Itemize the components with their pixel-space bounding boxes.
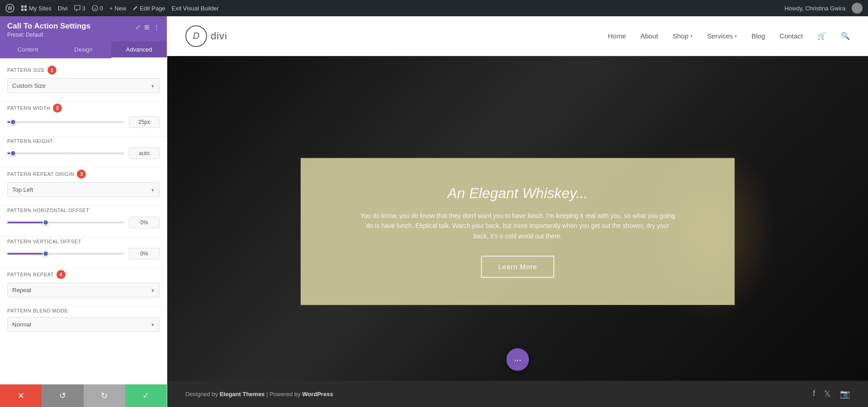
panel-content: Pattern Size 1 Custom Size Auto Cover Co… <box>0 58 167 384</box>
pattern-vertical-offset-slider-row <box>7 248 160 260</box>
new-link[interactable]: + New <box>109 5 126 12</box>
facebook-icon[interactable]: f <box>813 389 815 399</box>
my-sites-label: My Sites <box>29 5 52 12</box>
messages-count: 0 <box>100 5 103 12</box>
panel-bottom-buttons: ✕ ↺ ↻ ✓ <box>0 384 167 407</box>
panel-columns-icon[interactable]: ⊞ <box>144 24 150 31</box>
edit-icon <box>132 5 138 11</box>
pattern-repeat-origin-select[interactable]: Top Left Top Center Top Right Center Lef… <box>7 182 160 197</box>
wordpress-icon: W <box>5 4 14 13</box>
divider-4 <box>0 205 167 206</box>
pattern-size-select[interactable]: Custom Size Auto Cover Contain <box>7 78 160 93</box>
pattern-horizontal-offset-track[interactable] <box>7 222 124 223</box>
pattern-width-group: Pattern Width 2 <box>7 104 160 128</box>
pattern-width-slider-row <box>7 116 160 128</box>
cta-module[interactable]: An Elegant Whiskey... You do know, you d… <box>301 158 735 305</box>
undo-button[interactable]: ↺ <box>42 384 83 407</box>
floating-action-button[interactable]: ··· <box>506 348 529 371</box>
comments-icon <box>74 5 80 11</box>
tab-advanced[interactable]: Advanced <box>111 42 167 58</box>
comments-link[interactable]: 3 <box>74 5 85 12</box>
howdy-label: Howdy, Christina Gwira <box>784 5 845 12</box>
redo-button[interactable]: ↻ <box>84 384 125 407</box>
cta-button[interactable]: Learn More <box>481 256 555 278</box>
pattern-size-select-wrapper: Custom Size Auto Cover Contain ▼ <box>7 78 160 93</box>
pattern-blend-mode-select-wrapper: Normal Multiply Screen Overlay Darken Li… <box>7 317 160 332</box>
logo-text: divi <box>211 30 227 42</box>
footer-social: f 𝕏 📷 <box>813 389 850 399</box>
nav-blog[interactable]: Blog <box>751 32 765 40</box>
pattern-height-input[interactable] <box>129 147 160 159</box>
cta-title: An Elegant Whiskey... <box>337 185 698 202</box>
panel-tabs: Content Design Advanced <box>0 42 167 58</box>
pattern-repeat-select[interactable]: Repeat Repeat X Repeat Y No Repeat Space… <box>7 283 160 298</box>
pattern-horizontal-offset-fill <box>7 222 46 223</box>
pattern-width-label: Pattern Width 2 <box>7 104 160 113</box>
pattern-vertical-offset-track[interactable] <box>7 253 124 255</box>
pattern-horizontal-offset-input[interactable] <box>129 217 160 228</box>
tab-content[interactable]: Content <box>0 42 56 58</box>
badge-4: 4 <box>57 270 66 279</box>
divider-2 <box>0 136 167 137</box>
pattern-height-track[interactable] <box>7 152 124 154</box>
exit-builder-link[interactable]: Exit Visual Builder <box>172 5 219 12</box>
cart-icon[interactable]: 🛒 <box>817 32 826 40</box>
cta-description: You do know, you do know that they don't… <box>359 211 676 241</box>
divider-3 <box>0 167 167 168</box>
settings-panel: Call To Action Settings Preset: Default … <box>0 16 167 407</box>
pattern-repeat-origin-select-wrapper: Top Left Top Center Top Right Center Lef… <box>7 182 160 197</box>
avatar <box>852 3 863 14</box>
panel-expand-icon[interactable]: ⤢ <box>135 24 141 31</box>
svg-rect-5 <box>24 9 27 11</box>
new-label: + New <box>109 5 126 12</box>
pattern-horizontal-offset-group: Pattern Horizontal Offset <box>7 208 160 228</box>
nav-services[interactable]: Services ▾ <box>707 32 737 40</box>
pattern-horizontal-offset-slider-row <box>7 217 160 228</box>
pattern-width-thumb[interactable] <box>10 119 16 125</box>
pattern-repeat-select-wrapper: Repeat Repeat X Repeat Y No Repeat Space… <box>7 283 160 298</box>
svg-rect-3 <box>24 5 27 8</box>
shop-chevron-icon: ▾ <box>690 33 693 38</box>
footer-credit: Designed by Elegant Themes | Powered by … <box>185 391 333 398</box>
panel-preset[interactable]: Preset: Default <box>7 32 90 38</box>
badge-1: 1 <box>47 66 57 75</box>
edit-page-label: Edit Page <box>140 5 165 12</box>
search-icon[interactable]: 🔍 <box>841 32 850 40</box>
comments-count: 3 <box>82 5 85 12</box>
pattern-blend-mode-label: Pattern Blend Mode <box>7 308 160 313</box>
site-nav: Home About Shop ▾ Services ▾ Blog Contac <box>608 32 850 40</box>
pattern-blend-mode-select[interactable]: Normal Multiply Screen Overlay Darken Li… <box>7 317 160 332</box>
instagram-icon[interactable]: 📷 <box>840 389 850 399</box>
twitter-icon[interactable]: 𝕏 <box>824 389 831 399</box>
nav-about[interactable]: About <box>640 32 658 40</box>
pattern-blend-mode-group: Pattern Blend Mode Normal Multiply Scree… <box>7 308 160 332</box>
wp-logo-link[interactable]: W <box>5 4 14 13</box>
pattern-repeat-origin-label: Pattern Repeat Origin 3 <box>7 170 160 179</box>
panel-more-icon[interactable]: ⋮ <box>153 24 160 31</box>
divi-link[interactable]: Divi <box>58 5 68 12</box>
pattern-horizontal-offset-thumb[interactable] <box>42 219 49 226</box>
svg-rect-2 <box>21 5 24 8</box>
pattern-height-thumb[interactable] <box>10 150 16 156</box>
pattern-repeat-label: Pattern Repeat 4 <box>7 270 160 279</box>
tab-design[interactable]: Design <box>56 42 111 58</box>
pattern-width-track[interactable] <box>7 121 124 123</box>
pattern-vertical-offset-thumb[interactable] <box>42 251 49 257</box>
nav-home[interactable]: Home <box>608 32 626 40</box>
pattern-width-input[interactable] <box>129 116 160 128</box>
messages-link[interactable]: 0 0 <box>92 5 103 12</box>
pattern-height-group: Pattern Height <box>7 138 160 159</box>
nav-contact[interactable]: Contact <box>779 32 803 40</box>
pattern-vertical-offset-input[interactable] <box>129 248 160 260</box>
admin-bar: W My Sites Divi 3 0 0 + New Edit Page Ex… <box>0 0 868 16</box>
my-sites-link[interactable]: My Sites <box>21 5 52 12</box>
nav-shop[interactable]: Shop ▾ <box>673 32 693 40</box>
save-button[interactable]: ✓ <box>125 384 167 407</box>
site-logo[interactable]: D divi <box>185 25 227 47</box>
pattern-repeat-origin-group: Pattern Repeat Origin 3 Top Left Top Cen… <box>7 170 160 197</box>
edit-page-link[interactable]: Edit Page <box>132 5 165 12</box>
pattern-size-label: Pattern Size 1 <box>7 66 160 75</box>
services-chevron-icon: ▾ <box>735 33 737 38</box>
site-navbar: D divi Home About Shop ▾ Services ▾ <box>167 16 868 56</box>
cancel-button[interactable]: ✕ <box>0 384 42 407</box>
